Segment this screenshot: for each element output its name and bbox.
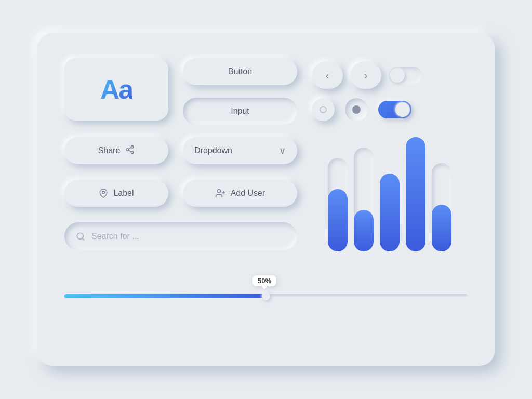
location-icon <box>99 189 108 198</box>
toggle-off[interactable] <box>389 66 422 84</box>
button-primary[interactable]: Button <box>183 58 297 85</box>
bar-inner-4 <box>406 137 425 251</box>
progress-thumb[interactable] <box>262 292 270 300</box>
bar-outer-1 <box>328 158 348 251</box>
dropdown-label: Dropdown <box>194 146 232 155</box>
bar-item <box>432 163 451 251</box>
progress-value: 50% <box>258 277 271 285</box>
type-display: Aa <box>100 74 132 105</box>
progress-fill <box>64 294 266 298</box>
add-user-icon <box>215 188 225 198</box>
label-text: Label <box>113 189 134 198</box>
share-label: Share <box>98 146 121 155</box>
progress-track[interactable] <box>64 294 468 298</box>
svg-point-6 <box>217 189 221 193</box>
progress-section: 50% <box>64 266 468 298</box>
radio-selected[interactable] <box>345 98 368 121</box>
bar-item <box>354 148 374 251</box>
bar-inner-3 <box>380 174 400 251</box>
bar-inner-2 <box>354 210 374 251</box>
bar-item <box>328 158 348 251</box>
bar-inner-5 <box>432 205 451 251</box>
progress-tooltip: 50% <box>252 275 276 286</box>
right-controls: ‹ › <box>312 58 468 125</box>
radio-inner-filled <box>352 105 361 114</box>
input-field[interactable]: Input <box>183 98 297 125</box>
type-card: Aa <box>64 58 168 121</box>
add-user-label: Add User <box>231 189 265 198</box>
bar-outer-4 <box>406 137 425 251</box>
radio-inner-empty <box>320 106 327 113</box>
chevron-down-icon: ∨ <box>279 145 286 156</box>
radio-unselected[interactable] <box>312 98 335 121</box>
share-button[interactable]: Share <box>64 137 168 164</box>
toggle-knob-on <box>395 102 410 117</box>
toggle-knob-off <box>390 68 405 83</box>
main-container: Aa Button Input ‹ › <box>37 33 495 366</box>
svg-line-3 <box>129 150 131 152</box>
progress-label-area: 50% <box>64 272 468 289</box>
share-icon <box>125 145 135 156</box>
toggle-on[interactable] <box>378 101 411 118</box>
svg-line-4 <box>129 148 131 149</box>
label-button[interactable]: Label <box>64 180 168 207</box>
left-arrow-icon: ‹ <box>326 70 329 82</box>
right-arrow-icon: › <box>364 70 368 82</box>
bar-item <box>406 137 425 251</box>
search-bar[interactable]: Search for ... <box>64 222 297 250</box>
svg-line-10 <box>82 238 84 240</box>
arrow-group: ‹ › <box>312 62 422 89</box>
next-button[interactable]: › <box>350 62 381 89</box>
add-user-button[interactable]: Add User <box>183 180 297 207</box>
svg-point-5 <box>102 191 105 194</box>
button-label: Button <box>228 67 252 76</box>
bar-outer-5 <box>432 163 451 251</box>
bar-outer-3 <box>380 174 400 251</box>
dropdown-button[interactable]: Dropdown ∨ <box>183 137 297 164</box>
search-placeholder: Search for ... <box>91 232 139 241</box>
prev-button[interactable]: ‹ <box>312 62 343 89</box>
search-icon <box>76 232 85 241</box>
radio-toggle-group <box>312 98 411 121</box>
bar-inner-1 <box>328 189 348 251</box>
bar-chart <box>312 137 468 254</box>
input-label: Input <box>231 107 249 116</box>
ui-grid: Aa Button Input ‹ › <box>64 58 468 298</box>
bar-item <box>380 174 400 251</box>
bar-outer-2 <box>354 148 374 251</box>
